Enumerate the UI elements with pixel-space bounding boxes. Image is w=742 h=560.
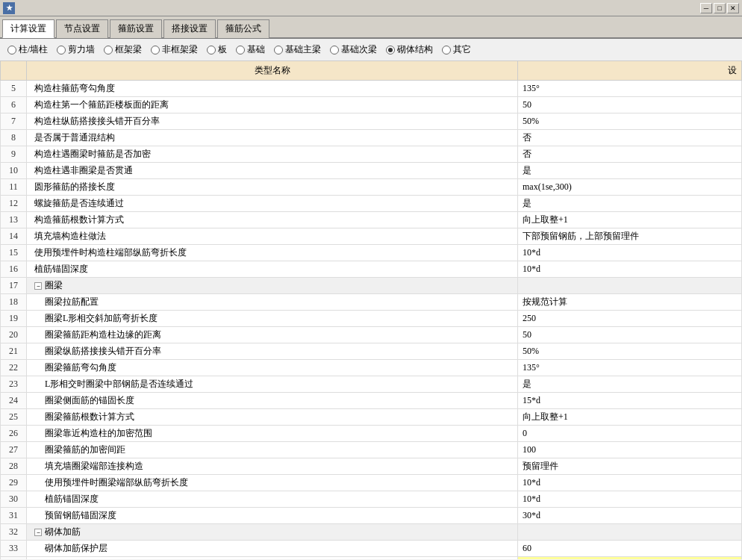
table-row[interactable]: 28填充墙圈梁端部连接构造预留理件 <box>1 458 742 475</box>
table-row[interactable]: 8是否属于普通混结构否 <box>1 130 742 146</box>
row-name: 圈梁靠近构造柱的加密范围 <box>27 426 518 442</box>
radio-r-frame[interactable]: 框架梁 <box>104 43 142 56</box>
table-row[interactable]: 17－圈梁 <box>1 278 742 294</box>
row-name: 使用预埋件时构造柱端部纵筋弯折长度 <box>27 245 518 261</box>
row-name: 植筋锚固深度 <box>27 261 518 278</box>
row-num: 20 <box>1 327 27 343</box>
row-name: 构造柱纵筋搭接接头错开百分率 <box>27 113 518 130</box>
row-value: 250 <box>518 311 742 327</box>
row-value: 135° <box>518 360 742 376</box>
row-num: 7 <box>1 113 27 130</box>
title-bar: ★ ─ □ ✕ <box>0 0 742 16</box>
row-name: 圆形箍筋的搭接长度 <box>27 179 518 196</box>
radio-group: 柱/墙柱剪力墙框架梁非框架梁板基础基础主梁基础次梁砌体结构其它 <box>0 39 742 60</box>
radio-r-col[interactable]: 柱/墙柱 <box>7 43 48 56</box>
table-row[interactable]: 12螺旋箍筋是否连续通过是 <box>1 196 742 212</box>
expand-icon[interactable]: － <box>34 282 42 290</box>
row-num: 9 <box>1 146 27 163</box>
tab-stirrup[interactable]: 箍筋设置 <box>110 19 162 38</box>
table-row[interactable]: 21圈梁纵筋搭接接头错开百分率50% <box>1 343 742 360</box>
row-value: 预留理件 <box>518 458 742 475</box>
table-row[interactable]: 24圈梁侧面筋的锚固长度15*d <box>1 393 742 409</box>
col-num-header <box>1 61 27 81</box>
table-row[interactable]: 7构造柱纵筋搭接接头错开百分率50% <box>1 113 742 130</box>
table-row[interactable]: 29使用预埋件时圈梁端部纵筋弯折长度10*d <box>1 475 742 491</box>
row-num: 6 <box>1 97 27 113</box>
radio-label-r-foundbeam: 基础主梁 <box>285 43 321 56</box>
radio-circle-r-other <box>442 46 451 55</box>
settings-table: 类型名称 设 5构造柱箍筋弯勾角度135°6构造柱第一个箍筋距楼板面的距离507… <box>0 60 742 559</box>
radio-r-slab[interactable]: 板 <box>207 43 227 56</box>
table-row[interactable]: 14填充墙构造柱做法下部预留钢筋，上部预留理件 <box>1 228 742 245</box>
row-value: 0 <box>518 426 742 442</box>
row-name: 圈梁箍筋距构造柱边缘的距离 <box>27 327 518 343</box>
table-row[interactable]: 30植筋锚固深度10*d <box>1 491 742 508</box>
row-num: 24 <box>1 393 27 409</box>
row-name: 圈梁箍筋弯勾角度 <box>27 360 518 376</box>
table-row[interactable]: 19圈梁L形相交斜加筋弯折长度250 <box>1 311 742 327</box>
radio-circle-r-frame <box>104 46 113 55</box>
radio-circle-r-shear <box>57 46 66 55</box>
col-value-header: 设 <box>518 61 742 81</box>
radio-r-foundbeam[interactable]: 基础主梁 <box>274 43 321 56</box>
table-row[interactable]: 27圈梁箍筋的加密间距100 <box>1 442 742 458</box>
tab-formula[interactable]: 箍筋公式 <box>217 19 269 38</box>
tab-bar: 计算设置节点设置箍筋设置搭接设置箍筋公式 <box>0 16 742 39</box>
row-num: 34 <box>1 557 27 560</box>
table-row[interactable]: 5构造柱箍筋弯勾角度135° <box>1 81 742 97</box>
row-name: 圈梁侧面筋的锚固长度 <box>27 393 518 409</box>
row-name: 螺旋箍筋是否连续通过 <box>27 196 518 212</box>
close-button[interactable]: ✕ <box>727 3 739 13</box>
row-num: 32 <box>1 524 27 541</box>
table-row[interactable]: 26圈梁靠近构造柱的加密范围0 <box>1 426 742 442</box>
table-row[interactable]: 33砌体加筋保护层60 <box>1 541 742 557</box>
table-row[interactable]: 34砌体加筋锚固长度300 <box>1 557 742 560</box>
radio-r-nonframe[interactable]: 非框架梁 <box>151 43 198 56</box>
radio-r-masonry[interactable]: 砌体结构 <box>386 43 433 56</box>
tab-splice[interactable]: 搭接设置 <box>163 19 216 38</box>
row-name: 构造柱遇非圈梁是否贯通 <box>27 163 518 179</box>
minimize-button[interactable]: ─ <box>700 3 712 13</box>
row-name: 是否属于普通混结构 <box>27 130 518 146</box>
expand-icon[interactable]: － <box>34 529 42 536</box>
table-row[interactable]: 15使用预埋件时构造柱端部纵筋弯折长度10*d <box>1 245 742 261</box>
row-value: 向上取整+1 <box>518 212 742 228</box>
row-value: 30*d <box>518 508 742 524</box>
row-name: 填充墙构造柱做法 <box>27 228 518 245</box>
radio-label-r-other: 其它 <box>453 43 471 56</box>
table-row[interactable]: 18圈梁拉筋配置按规范计算 <box>1 294 742 311</box>
row-num: 30 <box>1 491 27 508</box>
table-row[interactable]: 22圈梁箍筋弯勾角度135° <box>1 360 742 376</box>
radio-r-found[interactable]: 基础 <box>236 43 265 56</box>
table-row[interactable]: 13构造箍筋根数计算方式向上取整+1 <box>1 212 742 228</box>
radio-r-foundsub[interactable]: 基础次梁 <box>330 43 377 56</box>
radio-circle-r-col <box>7 46 16 55</box>
tab-calc[interactable]: 计算设置 <box>2 19 54 38</box>
row-num: 8 <box>1 130 27 146</box>
row-num: 13 <box>1 212 27 228</box>
table-row[interactable]: 32－砌体加筋 <box>1 524 742 541</box>
row-num: 18 <box>1 294 27 311</box>
radio-label-r-foundsub: 基础次梁 <box>341 43 377 56</box>
row-value: 50% <box>518 113 742 130</box>
table-row[interactable]: 23L形相交时圈梁中部钢筋是否连续通过是 <box>1 376 742 393</box>
table-row[interactable]: 20圈梁箍筋距构造柱边缘的距离50 <box>1 327 742 343</box>
row-name: 填充墙圈梁端部连接构造 <box>27 458 518 475</box>
row-value <box>518 278 742 294</box>
tab-node[interactable]: 节点设置 <box>56 19 108 38</box>
maximize-button[interactable]: □ <box>714 3 726 13</box>
radio-r-shear[interactable]: 剪力墙 <box>57 43 95 56</box>
table-row[interactable]: 9构造柱遇圈梁时箍筋是否加密否 <box>1 146 742 163</box>
table-row[interactable]: 31预留钢筋锚固深度30*d <box>1 508 742 524</box>
row-name: －圈梁 <box>27 278 518 294</box>
table-row[interactable]: 16植筋锚固深度10*d <box>1 261 742 278</box>
row-num: 27 <box>1 442 27 458</box>
table-row[interactable]: 11圆形箍筋的搭接长度max(1se,300) <box>1 179 742 196</box>
table-row[interactable]: 10构造柱遇非圈梁是否贯通是 <box>1 163 742 179</box>
row-value: 是 <box>518 163 742 179</box>
table-row[interactable]: 6构造柱第一个箍筋距楼板面的距离50 <box>1 97 742 113</box>
table-row[interactable]: 25圈梁箍筋根数计算方式向上取整+1 <box>1 409 742 426</box>
row-name: －砌体加筋 <box>27 524 518 541</box>
radio-r-other[interactable]: 其它 <box>442 43 471 56</box>
app-icon: ★ <box>3 2 15 14</box>
